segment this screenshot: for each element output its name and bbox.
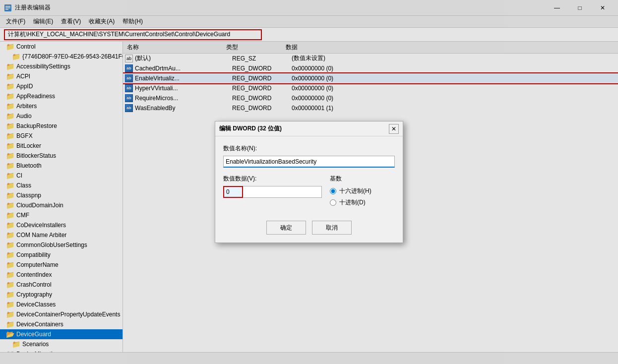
- cancel-button[interactable]: 取消: [312, 221, 352, 235]
- ok-button[interactable]: 确定: [266, 221, 306, 235]
- dialog-close-button[interactable]: ✕: [389, 124, 399, 134]
- base-title: 基数: [330, 175, 395, 183]
- hex-radio-label[interactable]: 十六进制(H): [330, 187, 395, 195]
- dec-label: 十进制(D): [339, 198, 366, 207]
- radio-group: 十六进制(H) 十进制(D): [330, 187, 395, 207]
- hex-label: 十六进制(H): [339, 187, 371, 195]
- value-and-base-row: 数值数据(V): 基数 十六进制(H): [223, 175, 395, 207]
- modal-footer: 确定 取消: [215, 215, 403, 243]
- dialog-title: 编辑 DWORD (32 位值): [219, 124, 282, 133]
- modal-title-bar: 编辑 DWORD (32 位值) ✕: [215, 121, 403, 136]
- dec-radio[interactable]: [330, 199, 336, 206]
- modal-body: 数值名称(N): 数值数据(V): 基数 十六进制(H): [215, 136, 403, 215]
- value-section: 数值数据(V):: [223, 175, 322, 198]
- value-input-wrapper: [223, 186, 322, 198]
- name-label: 数值名称(N):: [223, 144, 395, 153]
- value-label: 数值数据(V):: [223, 175, 322, 183]
- value-name-input[interactable]: [223, 156, 395, 168]
- dec-radio-label[interactable]: 十进制(D): [330, 198, 395, 207]
- hex-radio[interactable]: [330, 188, 336, 194]
- modal-overlay: 编辑 DWORD (32 位值) ✕ 数值名称(N): 数值数据(V): 基数: [0, 0, 618, 364]
- value-data-rest[interactable]: [243, 186, 322, 198]
- base-section: 基数 十六进制(H) 十进制(D): [330, 175, 395, 207]
- dword-edit-dialog: 编辑 DWORD (32 位值) ✕ 数值名称(N): 数值数据(V): 基数: [215, 121, 403, 243]
- value-data-input[interactable]: [223, 186, 243, 198]
